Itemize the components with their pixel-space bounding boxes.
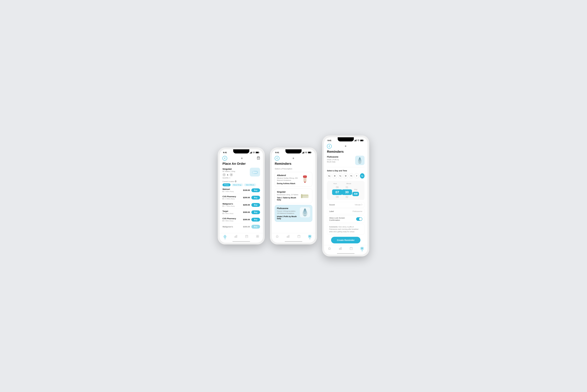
home-icon-2	[276, 235, 279, 238]
tab-reminder-2[interactable]	[308, 235, 312, 238]
svg-rect-45	[298, 235, 300, 238]
presc-detail-1: Montelukast 10mg, 10 Tablets	[277, 194, 298, 196]
drug-desc-1: 50 Tablets | 10mg	[222, 170, 235, 172]
home-indicator-2	[285, 241, 302, 242]
menu-icon-2[interactable]: ≡	[292, 157, 294, 160]
battery-icon-2	[308, 152, 312, 154]
wifi-icon-1	[253, 152, 255, 154]
presc-name-2: Fluticasone	[277, 207, 298, 210]
day-tu[interactable]: Tu	[338, 173, 342, 178]
svg-rect-64	[339, 248, 340, 250]
filter-side-effects[interactable]: Side Effects	[244, 184, 256, 186]
hour-07[interactable]: 07	[332, 190, 342, 195]
pharmacy-dist-0: .5 Miles Away	[222, 190, 234, 192]
back-button-1[interactable]	[222, 156, 227, 161]
tab-reminder-3[interactable]	[360, 247, 364, 250]
pharmacy-right-5: $300.00 Buy	[243, 225, 260, 228]
svg-rect-20	[258, 235, 259, 236]
svg-rect-19	[256, 235, 258, 236]
signal-icon-1	[250, 152, 252, 154]
tab-home-3[interactable]	[328, 247, 331, 250]
screen-content-2: Reminders Select a Prescription Albutero…	[272, 162, 315, 233]
menu-icon-3[interactable]: ≡	[345, 145, 347, 148]
back-arrow-icon-3	[329, 145, 330, 147]
presc-card-singulair[interactable]: Singulair Montelukast 10mg, 10 Tablets T…	[275, 188, 312, 203]
create-reminder-button[interactable]: Create Reminder	[331, 237, 360, 244]
singulair-img	[300, 192, 309, 200]
sound-value: Vibrate	[355, 204, 362, 206]
tab-reminder-1[interactable]	[256, 235, 259, 238]
hour-06[interactable]: 06	[332, 185, 342, 190]
svg-rect-25	[303, 152, 304, 154]
filter-about[interactable]: About Drug	[232, 184, 243, 186]
minute-32[interactable]: 32	[342, 195, 352, 199]
qty-label-1: Quantity: 1	[222, 177, 235, 179]
sound-row[interactable]: Sound Vibrate	[327, 202, 364, 208]
day-w[interactable]: W	[344, 173, 348, 178]
day-sa[interactable]: Sa	[360, 173, 364, 178]
back-button-3[interactable]	[327, 144, 332, 148]
pharmacy-right-3: $300.00 Buy	[243, 210, 260, 214]
qty-minus[interactable]: −	[222, 173, 226, 176]
pharmacy-name-0: Walmart	[222, 188, 234, 190]
location-icon-1	[222, 198, 224, 200]
presc-card-fluticasone[interactable]: Fluticasone Flovent 110mgc/acutation, 12…	[275, 205, 312, 222]
tab-chart-2[interactable]	[286, 235, 290, 238]
svg-rect-1	[250, 152, 251, 154]
menu-icon-1[interactable]: ≡	[241, 157, 243, 160]
svg-rect-24	[302, 152, 303, 154]
svg-rect-18	[247, 236, 248, 237]
buy-button-2[interactable]: Buy	[252, 203, 260, 207]
svg-rect-54	[355, 140, 355, 141]
calendar-icon-3	[350, 247, 353, 250]
phone-1: 9:41 ≡ Place An Order	[218, 148, 265, 244]
presc-name-0: Albuterol	[277, 174, 298, 176]
filter-tabs: Prices About Drug Side Effects	[222, 184, 260, 186]
tab-chart-1[interactable]	[234, 235, 238, 238]
hour-08[interactable]: 08	[332, 195, 342, 199]
status-icons-1	[250, 152, 260, 154]
buy-button-1[interactable]: Buy	[252, 196, 260, 200]
pharmacy-dist-3: 2 Miles Away	[222, 212, 234, 214]
ampm-pm[interactable]: PM	[354, 188, 357, 192]
svg-rect-34	[302, 195, 308, 196]
svg-rect-74	[362, 248, 363, 250]
tab-home-2[interactable]	[276, 235, 279, 238]
chart-icon-2	[286, 235, 290, 238]
svg-rect-72	[362, 247, 363, 248]
pharmacy-cvs1: CVS Pharmacy 1.5 Miles Away $200.00 Buy	[222, 196, 260, 201]
location-icon-3	[222, 213, 224, 214]
buy-button-4[interactable]: Buy	[252, 218, 260, 222]
label-row[interactable]: Label Fluticasone	[327, 208, 364, 214]
day-f[interactable]: F	[354, 173, 359, 178]
reminder-icon-1	[256, 235, 259, 238]
tab-calendar-1[interactable]	[245, 235, 248, 238]
day-m[interactable]: M	[332, 173, 337, 178]
ampm-am[interactable]: AM	[352, 192, 359, 196]
buy-button-5[interactable]: Buy	[252, 225, 260, 228]
svg-rect-44	[289, 235, 290, 238]
qty-plus[interactable]: +	[230, 173, 233, 176]
cart-icon-1[interactable]	[257, 156, 260, 160]
tab-dot-2	[310, 238, 310, 239]
filter-prices[interactable]: Prices	[222, 184, 230, 186]
minute-30[interactable]: 30	[342, 190, 352, 195]
tab-home-1[interactable]	[223, 235, 226, 238]
back-button-2[interactable]	[275, 156, 280, 161]
tab-calendar-3[interactable]	[350, 247, 353, 250]
tab-calendar-2[interactable]	[297, 235, 300, 238]
buy-button-0[interactable]: Buy	[252, 188, 260, 192]
location-label: Current Location	[222, 180, 260, 182]
day-su[interactable]: Su	[327, 173, 332, 178]
pharmacy-name-3: Target	[222, 210, 234, 212]
buy-button-3[interactable]: Buy	[252, 210, 260, 214]
svg-rect-23	[302, 153, 302, 154]
tab-chart-3[interactable]	[339, 247, 342, 250]
lock-screen-toggle[interactable]	[356, 217, 362, 221]
minute-31[interactable]: 31	[342, 185, 352, 190]
presc-card-albuterol[interactable]: Albuterol Albuterol Sulfate 90mcg, 200 M…	[275, 172, 312, 187]
svg-rect-10	[235, 236, 235, 238]
pharmacy-name-5: Wallgreen's	[222, 226, 233, 228]
day-th[interactable]: Th	[349, 173, 354, 178]
lock-screen-row[interactable]: Allow Lock Screen Confirmation	[327, 215, 364, 223]
